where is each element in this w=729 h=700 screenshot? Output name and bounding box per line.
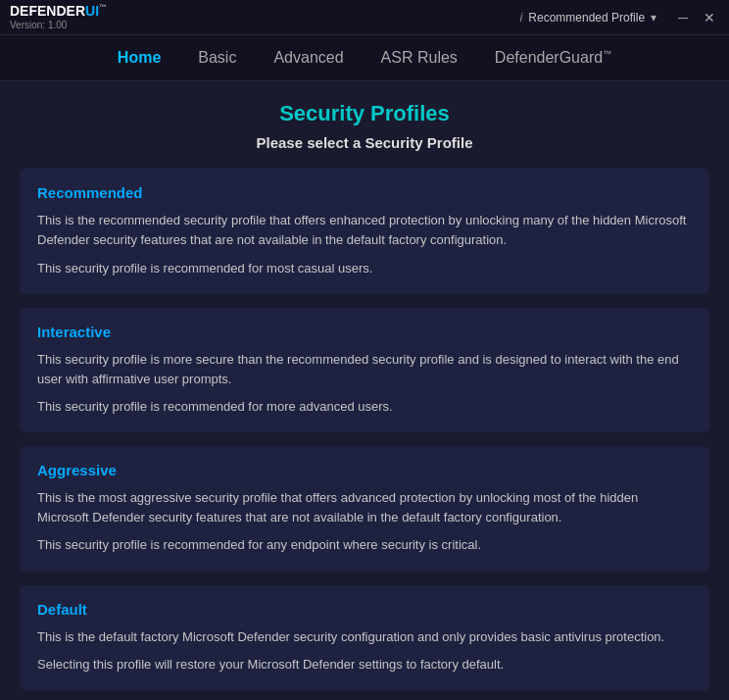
profile-body-1: This security profile is more secure tha… (37, 350, 692, 417)
nav-basic[interactable]: Basic (194, 47, 240, 69)
profile-body-3: This is the default factory Microsoft De… (37, 627, 692, 675)
app-name-part2: UI (85, 3, 99, 19)
profile-title-3: Default (37, 601, 692, 618)
main-content: Security Profiles Please select a Securi… (0, 81, 729, 691)
profile-body-0: This is the recommended security profile… (37, 211, 692, 277)
navigation-bar: Home Basic Advanced ASR Rules DefenderGu… (0, 35, 729, 81)
profile-info: i Recommended Profile ▾ (519, 10, 656, 25)
nav-home[interactable]: Home (114, 47, 165, 69)
profile-card-recommended[interactable]: RecommendedThis is the recommended secur… (20, 169, 709, 293)
profile-text: This security profile is more secure tha… (37, 350, 692, 389)
app-branding: DEFENDERUI™ Version: 1.00 (10, 4, 107, 29)
info-icon: i (519, 10, 522, 25)
profile-text: This security profile is recommended for… (37, 535, 692, 555)
app-version: Version: 1.00 (10, 20, 107, 30)
dropdown-icon[interactable]: ▾ (651, 11, 656, 25)
page-subtitle: Please select a Security Profile (20, 134, 709, 151)
window-controls: ─ ✕ (674, 8, 719, 27)
profile-text: This is the most aggressive security pro… (37, 488, 692, 527)
app-title: DEFENDERUI™ (10, 4, 107, 19)
nav-asr-rules[interactable]: ASR Rules (377, 47, 462, 69)
page-title: Security Profiles (20, 101, 709, 126)
profile-text: This security profile is recommended for… (37, 397, 692, 417)
title-bar-right: i Recommended Profile ▾ ─ ✕ (519, 8, 719, 27)
profile-text: Selecting this profile will restore your… (37, 655, 692, 675)
profile-text: This is the recommended security profile… (37, 211, 692, 250)
profile-card-interactive[interactable]: InteractiveThis security profile is more… (20, 308, 709, 432)
trademark-symbol: ™ (99, 4, 107, 13)
profiles-container: RecommendedThis is the recommended secur… (20, 169, 709, 690)
app-name-part1: DEFENDER (10, 3, 85, 19)
profile-text: This security profile is recommended for… (37, 259, 692, 278)
profile-name-label: Recommended Profile (528, 11, 645, 25)
profile-text: This is the default factory Microsoft De… (37, 627, 692, 647)
profile-title-1: Interactive (37, 324, 692, 340)
profile-title-0: Recommended (37, 184, 692, 201)
profile-body-2: This is the most aggressive security pro… (37, 488, 692, 555)
nav-defender-guard[interactable]: DefenderGuard™ (491, 47, 615, 69)
title-bar: DEFENDERUI™ Version: 1.00 i Recommended … (0, 0, 729, 35)
close-button[interactable]: ✕ (700, 8, 719, 27)
profile-title-2: Aggressive (37, 462, 692, 478)
profile-card-aggressive[interactable]: AggressiveThis is the most aggressive se… (20, 446, 709, 571)
profile-card-default[interactable]: DefaultThis is the default factory Micro… (20, 585, 709, 690)
nav-advanced[interactable]: Advanced (269, 47, 347, 69)
minimize-button[interactable]: ─ (674, 8, 692, 27)
